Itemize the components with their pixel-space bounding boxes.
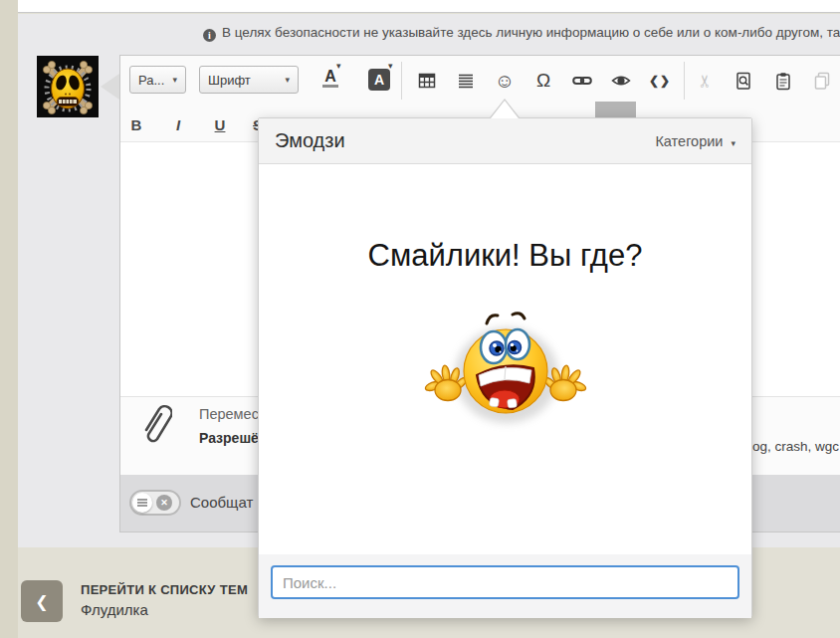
insert-table-button[interactable] bbox=[414, 68, 440, 94]
topic-name[interactable]: Флудилка bbox=[81, 601, 148, 618]
emoji-popup-footer bbox=[259, 554, 751, 618]
chevron-down-icon: ▾ bbox=[336, 61, 341, 71]
categories-label: Категории bbox=[655, 133, 723, 149]
toolbar-separator bbox=[401, 62, 402, 100]
post-bubble-tail bbox=[101, 74, 119, 100]
copy-icon bbox=[813, 72, 831, 91]
security-notice: iВ целях безопасности не указывайте здес… bbox=[203, 25, 840, 43]
link-icon bbox=[572, 72, 592, 90]
preview-document-icon bbox=[735, 72, 752, 91]
underline-label: U bbox=[215, 116, 226, 133]
italic-label: I bbox=[176, 116, 180, 133]
top-white-band bbox=[18, 0, 840, 13]
emoji-popup: Эмодзи Категории ▾ Смайлики! Вы где? bbox=[258, 117, 752, 617]
notify-label: Сообщат bbox=[190, 494, 253, 511]
background-color-button[interactable]: A bbox=[368, 69, 390, 91]
omega-icon: Ω bbox=[536, 70, 550, 92]
underline-button[interactable]: U bbox=[207, 116, 233, 133]
scrollbar-thumb[interactable] bbox=[595, 102, 636, 118]
eye-icon bbox=[611, 73, 631, 89]
skull-smiley-avatar-image bbox=[37, 56, 99, 117]
code-icon: ❮❯ bbox=[649, 74, 671, 88]
paperclip-icon bbox=[138, 399, 172, 445]
emoji-popup-header: Эмодзи Категории ▾ bbox=[259, 118, 751, 164]
back-to-topics-label[interactable]: ПЕРЕЙТИ К СПИСКУ ТЕМ bbox=[81, 582, 248, 597]
insert-emoji-button[interactable]: ☺ bbox=[492, 68, 518, 94]
line-spacing-button[interactable] bbox=[453, 68, 479, 94]
avatar[interactable] bbox=[37, 56, 99, 117]
smiley-icon: ☺ bbox=[495, 70, 515, 93]
chevron-down-icon: ▾ bbox=[285, 75, 290, 85]
toolbar-separator bbox=[684, 62, 685, 100]
cut-button[interactable]: ✂ bbox=[692, 68, 718, 94]
insert-link-button[interactable] bbox=[569, 68, 595, 94]
toggle-off-icon: ✕ bbox=[156, 495, 172, 511]
emoji-search-input[interactable] bbox=[271, 565, 739, 599]
allowed-extensions-list: log, crash, wgc bbox=[749, 439, 840, 454]
security-notice-text: В целях безопасности не указывайте здесь… bbox=[222, 25, 840, 40]
toggle-handle-icon[interactable] bbox=[132, 493, 152, 513]
special-characters-button[interactable]: Ω bbox=[530, 68, 556, 94]
chevron-down-icon: ▾ bbox=[388, 61, 393, 71]
paragraph-format-dropdown[interactable]: Ра... ▾ bbox=[129, 66, 186, 94]
italic-button[interactable]: I bbox=[165, 116, 191, 134]
emoji-popup-title: Эмодзи bbox=[275, 129, 345, 152]
paste-preview-button[interactable] bbox=[731, 68, 756, 94]
popup-arrow bbox=[491, 101, 519, 118]
empty-state-message: Смайлики! Вы где? bbox=[259, 238, 751, 274]
chevron-down-icon: ▾ bbox=[172, 75, 177, 85]
paste-button[interactable] bbox=[770, 68, 796, 94]
info-icon: i bbox=[203, 29, 216, 42]
font-dropdown[interactable]: Шрифт ▾ bbox=[199, 66, 299, 94]
preview-button[interactable] bbox=[608, 68, 634, 94]
categories-dropdown[interactable]: Категории ▾ bbox=[655, 133, 735, 149]
forum-editor-page: iВ целях безопасности не указывайте здес… bbox=[0, 0, 840, 638]
line-spacing-icon bbox=[457, 72, 475, 90]
copy-button[interactable] bbox=[809, 68, 835, 94]
bold-button[interactable]: B bbox=[123, 116, 149, 133]
scissors-icon: ✂ bbox=[695, 74, 716, 88]
font-dropdown-label: Шрифт bbox=[208, 73, 251, 88]
background-color-letter: A bbox=[374, 72, 384, 88]
table-icon bbox=[418, 72, 436, 90]
source-code-button[interactable]: ❮❯ bbox=[647, 68, 673, 94]
paragraph-format-label: Ра... bbox=[138, 73, 164, 88]
back-to-topics-button[interactable]: ❮ bbox=[21, 580, 63, 622]
paste-icon bbox=[774, 72, 792, 91]
chevron-left-icon: ❮ bbox=[35, 592, 48, 611]
left-sidebar-strip bbox=[0, 0, 18, 638]
chevron-down-icon: ▾ bbox=[731, 138, 735, 148]
bold-label: B bbox=[131, 116, 142, 133]
font-color-letter: A bbox=[322, 68, 338, 88]
notify-toggle[interactable]: ✕ bbox=[129, 490, 181, 516]
scared-emoji-image bbox=[421, 308, 590, 436]
